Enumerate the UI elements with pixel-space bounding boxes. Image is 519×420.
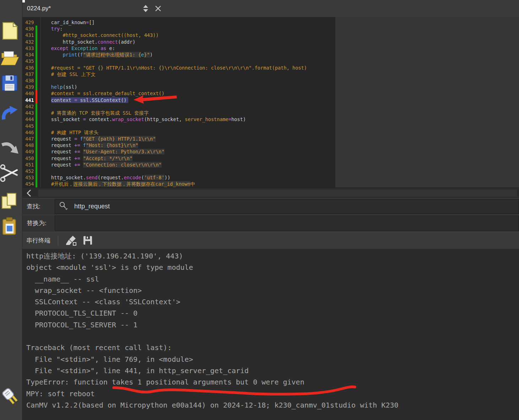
code-line-450: 450 request += "Accept: */*\r\n" xyxy=(22,155,334,162)
replace-input[interactable] xyxy=(55,216,519,231)
tab-close-icon[interactable] xyxy=(155,5,162,12)
editor-empty-panel xyxy=(334,17,519,187)
cut-icon[interactable] xyxy=(0,162,19,184)
code-line-454: 454 #开机后，连接云脑后，下拉数据，并将数据存在car_id_known中 xyxy=(22,181,334,187)
terminal-line: object <module 'ssl'> is of type module xyxy=(26,262,519,273)
code-line-440: 440 #context = ssl.create_default_contex… xyxy=(22,90,334,97)
toolbar-sidebar xyxy=(0,0,22,420)
tab-bar: 0224.py* xyxy=(22,0,519,17)
terminal-line: TypeError: function takes 1 positional a… xyxy=(26,376,519,388)
code-line-433: 433 except Exception as e: xyxy=(22,45,334,51)
header-divider xyxy=(58,236,58,245)
terminal-line: http连接地址: ('139.196.241.190', 443) xyxy=(26,250,519,262)
terminal-header: 串行终端 xyxy=(22,232,519,249)
find-replace-panel: 查找: 替换为: xyxy=(22,198,519,232)
code-line-431: 431 #http_socket.connect((host, 443)) xyxy=(22,32,334,38)
code-line-449: 449 request += "User-Agent: Python/3.x\r… xyxy=(22,148,334,155)
scroll-left-icon[interactable] xyxy=(25,188,34,198)
terminal-line: wrap_socket -- <function> xyxy=(26,285,519,296)
terminal-line: MPY: soft reboot xyxy=(26,388,519,399)
new-file-icon[interactable] xyxy=(0,20,19,42)
code-line-437: 437 # 创建 SSL 上下文 xyxy=(22,71,334,77)
terminal-line: File "<stdin>", line 769, in <module> xyxy=(26,354,519,365)
terminal-line: Traceback (most recent call last): xyxy=(26,342,519,353)
terminal-line: SSLContext -- <class 'SSLContext'> xyxy=(26,296,519,307)
code-line-445: 445 xyxy=(22,123,334,129)
code-line-434: 434 print(f"请求过程中出现错误1: {e}") xyxy=(22,51,334,58)
code-line-443: 443 # 将普通的 TCP 套接字包装成 SSL 套接字 xyxy=(22,110,334,116)
horizontal-scrollbar[interactable] xyxy=(22,187,519,198)
code-line-444: 444 ssl_socket = context.wrap_socket(htt… xyxy=(22,116,334,122)
replace-row: 替换为: xyxy=(22,215,519,231)
clear-terminal-icon[interactable] xyxy=(66,235,76,246)
terminal-line: PROTOCOL_TLS_SERVER -- 1 xyxy=(26,319,519,331)
terminal-output[interactable]: http连接地址: ('139.196.241.190', 443)object… xyxy=(22,249,519,420)
code-line-438: 438 xyxy=(22,77,334,84)
main-area: 0224.py* 429 car_id_known=[]430 try:431 … xyxy=(22,0,519,420)
serial-connect-icon[interactable] xyxy=(0,385,19,407)
open-folder-icon[interactable] xyxy=(0,47,19,69)
tab-0224py[interactable]: 0224.py* xyxy=(27,0,51,17)
undo-icon[interactable] xyxy=(0,104,19,126)
code-line-432: 432 http_socket.connect(addr) xyxy=(22,39,334,45)
code-line-448: 448 request += f"Host: {host}\r\n" xyxy=(22,142,334,148)
code-line-441: 441 context = ssl.SSLContext() xyxy=(22,97,334,103)
code-area: 429 car_id_known=[]430 try:431 #http_soc… xyxy=(22,19,334,187)
code-editor[interactable]: 429 car_id_known=[]430 try:431 #http_soc… xyxy=(22,17,334,187)
tab-sort-icon[interactable] xyxy=(143,5,148,12)
copy-icon[interactable] xyxy=(0,190,19,212)
code-line-442: 442 xyxy=(22,103,334,110)
code-line-439: 439 help(ssl) xyxy=(22,84,334,90)
code-line-435: 435 xyxy=(22,58,334,64)
search-icon[interactable] xyxy=(59,201,69,211)
window-corner-artifact xyxy=(22,0,25,2)
paste-icon[interactable] xyxy=(0,215,19,237)
replace-label: 替换为: xyxy=(27,215,47,231)
find-input[interactable] xyxy=(55,199,519,214)
code-line-429: 429 car_id_known=[] xyxy=(22,19,334,26)
terminal-line: PROTOCOL_TLS_CLIENT -- 0 xyxy=(26,307,519,319)
terminal-line: CanMV v1.2.2(based on Micropython e00a14… xyxy=(26,399,519,411)
code-line-446: 446 # 构建 HTTP 请求头 xyxy=(22,129,334,136)
code-line-452: 452 xyxy=(22,168,334,174)
terminal-line: __name__ -- ssl xyxy=(26,273,519,285)
code-line-430: 430 try: xyxy=(22,26,334,32)
find-label: 查找: xyxy=(27,198,40,215)
save-file-icon[interactable] xyxy=(0,72,19,94)
terminal-line xyxy=(26,331,519,342)
code-line-436: 436 #request = "GET {} HTTP/1.1\r\nHost:… xyxy=(22,65,334,71)
terminal-title: 串行终端 xyxy=(26,232,50,249)
save-log-icon[interactable] xyxy=(83,235,93,245)
scrollbar-thumb[interactable] xyxy=(38,190,517,197)
code-line-447: 447 request = f"GET {path} HTTP/1.1\r\n" xyxy=(22,136,334,142)
find-row: 查找: xyxy=(22,198,519,215)
redo-icon[interactable] xyxy=(0,137,19,159)
code-line-453: 453 http_socket.send(request.encode('utf… xyxy=(22,174,334,181)
code-line-451: 451 request += "Connection: close\r\n\r\… xyxy=(22,162,334,168)
terminal-line: File "<stdin>", line 441, in http_server… xyxy=(26,365,519,376)
